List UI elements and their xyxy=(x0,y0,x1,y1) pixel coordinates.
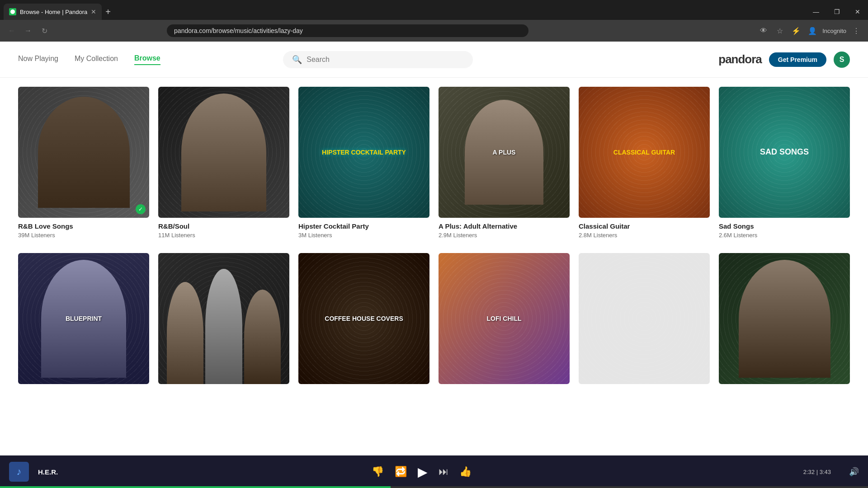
music-card[interactable]: ✓ R&B Love Songs 39M Listeners xyxy=(18,87,149,239)
music-card-image xyxy=(158,253,289,384)
extension-icon[interactable]: ⚡ xyxy=(790,24,802,37)
nav-right: pandora Get Premium S xyxy=(718,52,850,68)
music-card-listeners: 2.8M Listeners xyxy=(579,232,710,239)
music-card-image xyxy=(579,253,710,384)
search-bar[interactable]: 🔍 xyxy=(283,51,473,68)
maximize-button[interactable]: ❐ xyxy=(826,2,847,22)
music-card-image: A PLUS xyxy=(439,87,570,218)
card-label-text: BLUEPRINT xyxy=(18,253,149,384)
music-note-icon: ♪ xyxy=(17,466,22,478)
thumbs-down-button[interactable]: 👎 xyxy=(372,466,384,478)
music-card-listeners: 3M Listeners xyxy=(298,232,429,239)
tab-bar: Browse - Home | Pandora ✕ + — ❐ ✕ xyxy=(0,0,868,20)
np-current-time: 2:32 xyxy=(803,469,815,475)
nav-browse[interactable]: Browse xyxy=(134,54,160,65)
music-card-listeners: 2.6M Listeners xyxy=(719,232,850,239)
card-label-text: COFFEE HOUSE COVERS xyxy=(298,253,429,384)
card-label-text: LOFI CHILL xyxy=(439,253,570,384)
music-card[interactable] xyxy=(719,253,850,389)
music-card[interactable]: SAD SONGS Sad Songs 2.6M Listeners xyxy=(719,87,850,239)
music-card-listeners: 39M Listeners xyxy=(18,232,149,239)
content: ✓ R&B Love Songs 39M Listeners R&B/Soul … xyxy=(0,78,868,455)
search-input[interactable] xyxy=(307,56,451,64)
card-label-text: SAD SONGS xyxy=(719,87,850,218)
thumbs-up-button[interactable]: 👍 xyxy=(459,466,472,478)
checked-badge: ✓ xyxy=(136,204,146,214)
music-card-title: Sad Songs xyxy=(719,222,850,230)
tab-title: Browse - Home | Pandora xyxy=(20,9,87,15)
close-window-button[interactable]: ✕ xyxy=(847,2,868,22)
nav-links: Now Playing My Collection Browse xyxy=(18,54,160,65)
music-card-listeners: 2.9M Listeners xyxy=(439,232,570,239)
get-premium-button[interactable]: Get Premium xyxy=(769,52,826,67)
tab-favicon xyxy=(9,8,16,15)
music-grid-row-1: ✓ R&B Love Songs 39M Listeners R&B/Soul … xyxy=(18,87,850,239)
music-card-title: A Plus: Adult Alternative xyxy=(439,222,570,230)
np-album-art: ♪ xyxy=(9,462,29,482)
music-card-image xyxy=(158,87,289,218)
music-card[interactable]: BLUEPRINT xyxy=(18,253,149,389)
avatar[interactable]: S xyxy=(834,52,850,68)
music-card-image: ✓ xyxy=(18,87,149,218)
toolbar-right: 👁 ☆ ⚡ 👤 Incognito ⋮ xyxy=(757,24,863,37)
np-song-title: H.E.R. xyxy=(38,468,58,476)
music-card-image: LOFI CHILL xyxy=(439,253,570,384)
pandora-logo: pandora xyxy=(718,52,762,66)
music-card-title: R&B/Soul xyxy=(158,222,289,230)
browser-toolbar: ← → ↻ 👁 ☆ ⚡ 👤 Incognito ⋮ xyxy=(0,20,868,42)
music-card[interactable]: HIPSTER COCKTAIL PARTY Hipster Cocktail … xyxy=(298,87,429,239)
music-card-image: CLASSICAL GUITAR xyxy=(579,87,710,218)
refresh-button[interactable]: ↻ xyxy=(38,24,51,37)
np-time-separator: | xyxy=(816,469,820,475)
music-card-listeners: 11M Listeners xyxy=(158,232,289,239)
bookmark-icon[interactable]: ☆ xyxy=(774,24,786,37)
progress-bar-fill xyxy=(0,486,391,488)
active-tab[interactable]: Browse - Home | Pandora ✕ xyxy=(4,4,102,20)
nav-now-playing[interactable]: Now Playing xyxy=(18,55,58,65)
nav-my-collection[interactable]: My Collection xyxy=(75,55,118,65)
skip-forward-button[interactable]: ⏭ xyxy=(439,466,448,478)
replay-button[interactable]: 🔁 xyxy=(395,466,407,478)
music-grid-row-2: BLUEPRINT COFFEE HOUSE COVERS xyxy=(18,253,850,389)
progress-bar-container xyxy=(0,486,868,488)
music-card[interactable]: LOFI CHILL xyxy=(439,253,570,389)
music-card-title: R&B Love Songs xyxy=(18,222,149,230)
music-card[interactable] xyxy=(579,253,710,389)
browser-chrome: Browse - Home | Pandora ✕ + — ❐ ✕ ← → ↻ … xyxy=(0,0,868,42)
top-nav: Now Playing My Collection Browse 🔍 pando… xyxy=(0,42,868,78)
profile-icon[interactable]: 👤 xyxy=(806,24,819,37)
card-label-text: CLASSICAL GUITAR xyxy=(579,87,710,218)
incognito-label: Incognito xyxy=(822,28,846,34)
address-bar[interactable] xyxy=(167,24,528,37)
music-card-image: COFFEE HOUSE COVERS xyxy=(298,253,429,384)
music-card-image xyxy=(719,253,850,384)
back-button[interactable]: ← xyxy=(5,24,18,37)
music-card[interactable] xyxy=(158,253,289,389)
np-total-time: 3:43 xyxy=(820,469,831,475)
np-time: 2:32 | 3:43 xyxy=(803,469,831,475)
music-card-title: Hipster Cocktail Party xyxy=(298,222,429,230)
music-card[interactable]: COFFEE HOUSE COVERS xyxy=(298,253,429,389)
np-volume-icon[interactable]: 🔊 xyxy=(849,467,859,477)
card-label-text: HIPSTER COCKTAIL PARTY xyxy=(298,87,429,218)
svg-point-0 xyxy=(10,9,15,14)
forward-button[interactable]: → xyxy=(22,24,34,37)
music-card[interactable]: A PLUS A Plus: Adult Alternative 2.9M Li… xyxy=(439,87,570,239)
window-controls: — ❐ ✕ xyxy=(806,2,868,22)
search-icon: 🔍 xyxy=(292,55,302,65)
eye-off-icon[interactable]: 👁 xyxy=(757,24,770,37)
music-card[interactable]: R&B/Soul 11M Listeners xyxy=(158,87,289,239)
music-card-image: BLUEPRINT xyxy=(18,253,149,384)
music-card[interactable]: CLASSICAL GUITAR Classical Guitar 2.8M L… xyxy=(579,87,710,239)
menu-icon[interactable]: ⋮ xyxy=(850,24,863,37)
music-card-title: Classical Guitar xyxy=(579,222,710,230)
now-playing-bar: ♪ H.E.R. 👎 🔁 ▶ ⏭ 👍 2:32 | 3:43 🔊 xyxy=(0,455,868,488)
minimize-button[interactable]: — xyxy=(806,2,826,22)
music-card-image: SAD SONGS xyxy=(719,87,850,218)
np-controls: 👎 🔁 ▶ ⏭ 👍 xyxy=(372,465,472,479)
play-pause-button[interactable]: ▶ xyxy=(418,465,428,479)
app: Now Playing My Collection Browse 🔍 pando… xyxy=(0,42,868,455)
music-card-image: HIPSTER COCKTAIL PARTY xyxy=(298,87,429,218)
new-tab-button[interactable]: + xyxy=(105,7,111,17)
close-tab-button[interactable]: ✕ xyxy=(91,8,96,15)
